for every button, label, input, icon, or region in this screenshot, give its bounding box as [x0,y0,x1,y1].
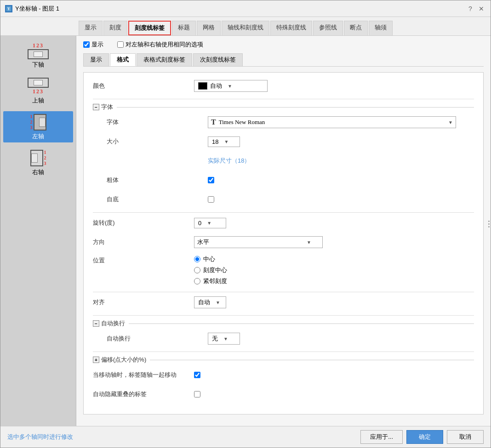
color-dropdown-arrow: ▼ [228,84,232,89]
ok-button[interactable]: 确定 [406,430,443,444]
size-row: 大小 18 ▼ [93,135,474,148]
direction-dropdown[interactable]: 水平 ▼ [194,236,323,248]
hide-overlap-checkbox[interactable] [194,391,200,397]
show-option[interactable]: 显示 [83,40,103,49]
rotation-dropdown-arrow: ▼ [207,221,211,226]
font-name-row: 字体 T Times New Roman ▼ [93,116,474,129]
divider-2 [93,212,474,213]
tab-ref-line[interactable]: 参照线 [313,21,343,35]
size-label: 大小 [107,137,208,146]
autowrap-collapse-btn[interactable]: − [93,320,99,327]
move-with-axis-checkbox[interactable] [194,372,200,378]
sub-tab-table-format[interactable]: 表格式刻度标签 [137,53,192,66]
title-bar-left: Y Y坐标轴 - 图层 1 [5,5,59,13]
italic-control [208,196,474,203]
autowrap-dropdown[interactable]: 无 ▼ [208,333,240,345]
position-option-center[interactable]: 中心 [194,255,227,263]
color-swatch [198,82,207,90]
left-axis-icon: 123 [27,113,50,131]
resize-handle[interactable] [487,215,491,233]
rotation-dropdown[interactable]: 0 ▼ [194,218,226,228]
handle-dot-3 [488,226,490,227]
settings-panel: 颜色 自动 ▼ − 字体 [83,72,484,414]
sidebar-item-top[interactable]: 123 上轴 [3,75,73,107]
position-radio-near-tick[interactable] [194,278,200,284]
direction-value: 水平 [197,238,209,246]
position-radio-tick-center[interactable] [194,267,200,273]
size-dropdown[interactable]: 18 ▼ [208,136,240,147]
tab-axis-ticks[interactable]: 轴线和刻度线 [222,21,269,35]
color-dropdown[interactable]: 自动 ▼ [194,80,268,92]
font-collapse-btn[interactable]: − [93,104,99,110]
show-label: 显示 [91,40,103,49]
bold-control [208,177,474,183]
actual-size-label: 实际尺寸（18） [208,157,309,165]
italic-row: 自底 [93,193,474,206]
bottom-bar: 选中多个轴同时进行修改 应用于... 确定 取消 [0,426,491,448]
sub-tab-bar: 显示 格式 表格式刻度标签 次刻度线标签 [83,53,484,67]
rotation-label: 旋转(度) [93,219,194,227]
font-dropdown[interactable]: T Times New Roman ▼ [208,116,456,128]
direction-label: 方向 [93,238,194,246]
autowrap-section-line [129,323,474,324]
tab-special-ticks[interactable]: 特殊刻度线 [270,21,312,35]
bold-row: 粗体 [93,174,474,187]
bold-checkbox[interactable] [208,177,214,183]
close-button[interactable]: ✕ [477,4,486,13]
offset-section-line [150,360,474,360]
tab-grid[interactable]: 网格 [197,21,221,35]
options-row: 显示 对左轴和右轴使用相同的选项 [83,40,484,49]
font-name-value: Times New Roman [219,119,265,126]
align-label: 对齐 [93,298,194,306]
autowrap-label: 自动换行 [107,335,208,343]
align-dropdown[interactable]: 自动 ▼ [194,296,226,308]
content-area: 显示 对左轴和右轴使用相同的选项 显示 格式 表格式刻度标签 [76,36,491,426]
tab-break[interactable]: 断点 [344,21,368,35]
show-checkbox[interactable] [83,41,90,48]
autowrap-dropdown-arrow: ▼ [223,336,228,341]
autowrap-control: 无 ▼ [208,333,474,345]
font-section-line [117,107,474,108]
sidebar-item-right[interactable]: 123 右轴 [3,147,73,178]
tab-axis-need[interactable]: 轴须 [369,21,393,35]
font-dropdown-arrow: ▼ [448,120,453,125]
position-tick-center-label: 刻度中心 [203,266,227,274]
italic-checkbox[interactable] [208,196,214,203]
position-option-tick-center[interactable]: 刻度中心 [194,266,227,274]
sidebar: 123 下轴 123 [0,36,76,426]
offset-collapse-btn[interactable]: + [93,357,99,363]
font-name-label: 字体 [107,118,208,126]
hide-overlap-control [194,391,474,397]
sub-tab-minor-labels[interactable]: 次刻度线标签 [193,53,243,66]
position-option-near-tick[interactable]: 紧邻刻度 [194,277,227,285]
apply-button[interactable]: 应用于... [360,430,403,444]
rotation-control: 0 ▼ [194,218,474,228]
sidebar-item-left[interactable]: 123 左轴 [3,111,73,142]
dialog-window: Y Y坐标轴 - 图层 1 ? ✕ 显示 刻度 刻度线标签 标题 网格 轴线和刻… [0,0,491,448]
align-row: 对齐 自动 ▼ [93,296,474,309]
position-radio-center[interactable] [194,256,200,262]
same-options-checkbox[interactable] [117,41,124,48]
actual-size-control: 实际尺寸（18） [208,157,474,165]
direction-dropdown-arrow: ▼ [307,240,311,245]
same-options-label[interactable]: 对左轴和右轴使用相同的选项 [117,40,203,49]
font-T-icon: T [211,118,216,126]
tab-display[interactable]: 显示 [79,21,103,35]
tab-tick-labels[interactable]: 刻度线标签 [128,21,171,35]
help-button[interactable]: ? [466,4,475,13]
cancel-button[interactable]: 取消 [447,430,484,444]
main-area: 123 下轴 123 [0,36,491,426]
autowrap-section-title: 自动换行 [101,319,125,328]
same-options-text: 对左轴和右轴使用相同的选项 [126,40,203,49]
position-control: 中心 刻度中心 紧邻刻度 [194,255,474,285]
direction-row: 方向 水平 ▼ [93,236,474,249]
sub-tab-display[interactable]: 显示 [83,53,109,66]
tab-title[interactable]: 标题 [172,21,196,35]
svg-text:Y: Y [7,7,10,11]
sidebar-item-bottom[interactable]: 123 下轴 [3,40,73,71]
font-section-title: 字体 [101,103,113,111]
sub-tab-format[interactable]: 格式 [110,53,136,66]
top-tab-bar: 显示 刻度 刻度线标签 标题 网格 轴线和刻度线 特殊刻度线 参照线 断点 轴须 [0,17,491,36]
tab-ticks[interactable]: 刻度 [103,21,127,35]
bottom-axis-label: 下轴 [32,61,44,69]
